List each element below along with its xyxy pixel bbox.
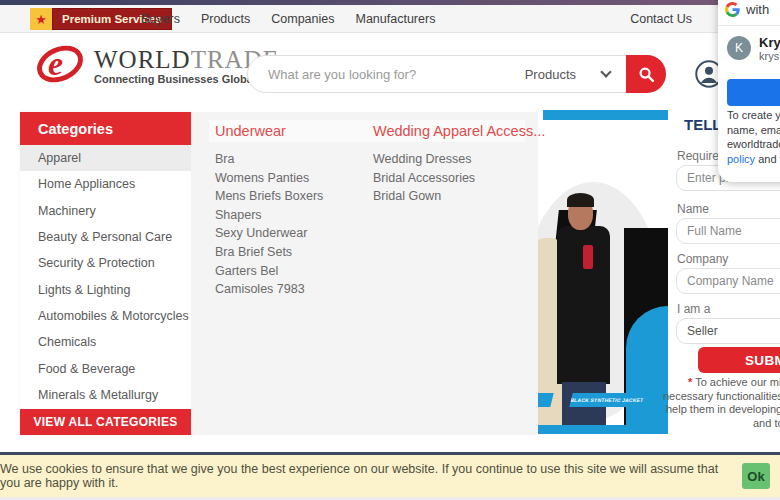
site-logo[interactable]: e WORLDTRADE Connecting Businesses Globa… [34, 43, 279, 89]
nav-item-products[interactable]: Products [201, 12, 250, 26]
google-signin-popup: with K Kry krys To create your account, … [718, 0, 780, 182]
megamenu-item-shapers[interactable]: Shapers [215, 206, 367, 225]
search-input[interactable] [248, 67, 525, 82]
chevron-down-icon [600, 66, 611, 77]
nav-item-manufacturers[interactable]: Manufacturers [355, 12, 435, 26]
megamenu-item-bra[interactable]: Bra [215, 150, 367, 169]
categories-list: Apparel Home Appliances Machinery Beauty… [20, 145, 191, 408]
categories-header: Categories [20, 112, 191, 145]
top-navbar: ★ Premium Services Buyers Products Compa… [0, 5, 780, 33]
megamenu-item-bridal-accessories[interactable]: Bridal Accessories [373, 169, 525, 188]
google-continue-button[interactable] [727, 79, 780, 106]
required-asterisk: * [688, 376, 692, 388]
sidebar-item-apparel[interactable]: Apparel [20, 145, 191, 171]
company-name-input[interactable] [676, 268, 780, 294]
megamenu-item-bridal-gown[interactable]: Bridal Gown [373, 187, 525, 206]
sidebar-item-home-appliances[interactable]: Home Appliances [20, 171, 191, 197]
megamenu-column-wedding-apparel: Wedding Apparel Access... Wedding Dresse… [373, 120, 525, 206]
role-label: I am a [677, 302, 710, 316]
megamenu-item-mens-briefs-boxers[interactable]: Mens Briefs Boxers [215, 187, 367, 206]
main-header: e WORLDTRADE Connecting Businesses Globa… [0, 33, 780, 105]
sidebar-item-chemicals[interactable]: Chemicals [20, 329, 191, 355]
nav-item-contact-us[interactable]: Contact Us [630, 5, 692, 33]
categories-sidebar: Categories Apparel Home Appliances Machi… [20, 112, 191, 435]
megamenu-item-bra-brief-sets[interactable]: Bra Brief Sets [215, 243, 367, 262]
sidebar-item-machinery[interactable]: Machinery [20, 198, 191, 224]
top-nav-items: Buyers Products Companies Manufacturers [141, 5, 435, 33]
search-category-value: Products [525, 67, 576, 82]
google-popup-disclaimer: To create your account, Google will shar… [727, 108, 780, 166]
promo-banner[interactable]: BLACK SYNTHETIC JACKET [538, 110, 668, 437]
privacy-policy-link[interactable]: policy [727, 153, 755, 165]
google-popup-header: with [718, 0, 780, 26]
page: ★ Premium Services Buyers Products Compa… [0, 0, 780, 500]
megamenu-item-camisoles[interactable]: Camisoles 7983 [215, 280, 367, 299]
megamenu-item-wedding-dresses[interactable]: Wedding Dresses [373, 150, 525, 169]
sidebar-item-automobiles-motorcycles[interactable]: Automobiles & Motorcycles [20, 303, 191, 329]
role-select[interactable]: Seller [676, 318, 780, 344]
company-label: Company [677, 252, 728, 266]
product-ribbon-label: BLACK SYNTHETIC JACKET [569, 393, 644, 407]
google-popup-title: with [746, 2, 769, 17]
model-hair [567, 193, 594, 207]
cookie-ok-button[interactable]: Ok [742, 463, 770, 489]
nav-item-buyers[interactable]: Buyers [141, 12, 180, 26]
apparel-megamenu: Underwear Bra Womens Panties Mens Briefs… [191, 112, 538, 435]
jacket-red-emblem [583, 245, 593, 269]
nav-item-companies[interactable]: Companies [271, 12, 334, 26]
form-disclaimer-line: * To achieve our mission, we [688, 376, 780, 388]
submit-button[interactable]: SUBMIT [698, 347, 780, 373]
search-icon [638, 66, 655, 83]
search-button[interactable] [626, 55, 666, 93]
megamenu-item-womens-panties[interactable]: Womens Panties [215, 169, 367, 188]
google-user-name: Kry [759, 35, 780, 50]
google-logo-icon [725, 2, 740, 17]
megamenu-title-underwear[interactable]: Underwear [209, 120, 367, 142]
view-all-categories-button[interactable]: VIEW ALL CATEGORIES [20, 409, 191, 435]
megamenu-column-underwear: Underwear Bra Womens Panties Mens Briefs… [215, 120, 367, 299]
cookie-consent-bar: We use cookies to ensure that we give yo… [0, 455, 780, 497]
search-bar: Products [247, 55, 666, 93]
banner-top-bar [543, 110, 668, 120]
name-label: Name [677, 202, 709, 216]
search-category-dropdown[interactable]: Products [525, 67, 626, 82]
sidebar-item-beauty-personal-care[interactable]: Beauty & Personal Care [20, 224, 191, 250]
cookie-message: We use cookies to ensure that we give yo… [0, 455, 740, 497]
logo-e-icon: e [34, 43, 90, 89]
form-disclaimer-line: and to expand [753, 417, 780, 429]
banner-bottom-bar [538, 425, 668, 434]
megamenu-item-sexy-underwear[interactable]: Sexy Underwear [215, 224, 367, 243]
logo-word-dark: WORLD [94, 46, 191, 73]
sidebar-item-food-beverage[interactable]: Food & Beverage [20, 355, 191, 381]
full-name-input[interactable] [676, 218, 780, 244]
google-user-email: krys [759, 50, 779, 62]
megamenu-title-wedding-apparel[interactable]: Wedding Apparel Access... [367, 120, 525, 142]
banner-blue-shape [626, 306, 668, 426]
form-disclaimer-line: necessary functionalities to [663, 390, 780, 402]
google-user-avatar: K [727, 36, 751, 60]
megamenu-item-garters-bel[interactable]: Garters Bel [215, 262, 367, 281]
role-selected-value: Seller [687, 324, 718, 338]
sidebar-item-security-protection[interactable]: Security & Protection [20, 250, 191, 276]
form-disclaimer-line: help them in developing their [666, 403, 780, 415]
star-icon: ★ [30, 8, 52, 30]
sidebar-item-lights-lighting[interactable]: Lights & Lighting [20, 276, 191, 302]
sidebar-item-minerals-metallurgy[interactable]: Minerals & Metallurgy [20, 382, 191, 408]
